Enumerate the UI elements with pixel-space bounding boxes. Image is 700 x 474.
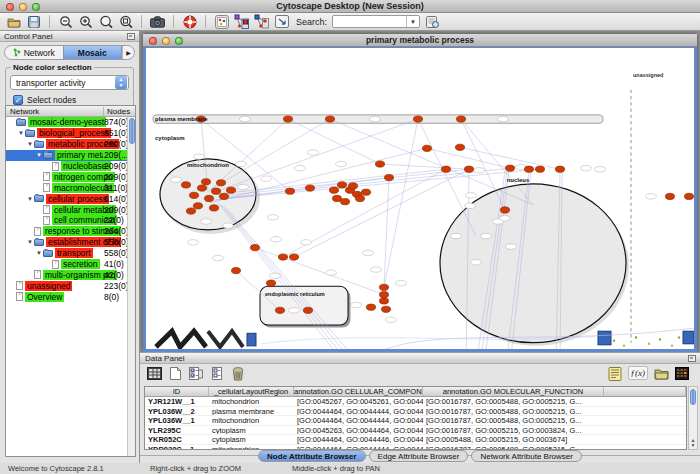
disclosure-triangle-icon[interactable]: ▼ [35,152,43,158]
tree-row[interactable]: secretion41(0) [6,259,127,270]
network-node[interactable] [456,116,465,122]
disclosure-triangle-icon[interactable]: ▼ [17,130,25,136]
network-view-titlebar[interactable]: primary metabolic process [143,34,697,47]
attribute-table[interactable]: ID_cellularLayoutRegionannotation.GO CEL… [144,386,687,450]
window-titlebar[interactable]: Cytoscape Desktop (New Session) [0,0,700,13]
tree-row[interactable]: macromolecule311(0) [6,182,127,193]
table-scrollbar-arrows[interactable]: ▲▼ [689,438,697,448]
zoom-in-icon[interactable] [78,14,93,29]
search-box[interactable]: ▾ [332,15,420,28]
disclosure-triangle-icon[interactable]: ▼ [26,141,34,147]
table-row[interactable]: YJR121W__1mitochondrion[GO:0045267, GO:0… [145,397,686,407]
table-row[interactable]: YKR052Ccytoplasm[GO:0044464, GO:0044446,… [145,435,686,445]
network-node[interactable] [379,284,388,290]
network-node[interactable] [441,166,450,172]
node-color-combobox[interactable]: transporter activity ▲▼ [10,75,129,90]
network-node[interactable] [500,207,509,213]
help-lifering-icon[interactable] [182,14,197,29]
network-node[interactable] [348,183,357,189]
tree-row[interactable]: mosaic-demo-yeast874(0) [6,117,127,128]
network-view-frame[interactable]: primary metabolic process [143,34,697,352]
select-nodes-row[interactable]: ✓ Select nodes [13,95,129,105]
table-column-header[interactable]: annotation.GO CELLULAR_COMPONENT [294,387,423,396]
network-node[interactable] [250,244,259,250]
network-node[interactable] [216,180,225,186]
network-node[interactable] [275,307,284,313]
network-node[interactable] [231,267,240,273]
network-node[interactable] [555,166,564,172]
network-node[interactable] [201,179,210,185]
table-scrollbar-thumb[interactable] [690,389,696,405]
select-attributes-icon[interactable] [188,366,204,381]
edit-network-1-icon[interactable] [234,14,249,29]
network-node[interactable] [204,195,213,201]
network-node[interactable] [186,208,195,214]
network-node[interactable] [305,185,314,191]
network-node[interactable] [340,199,349,205]
tree-row[interactable]: ▼metabolic process280(0) [6,139,127,150]
tree-row[interactable]: multi-organism pro42(0) [6,269,127,280]
tree-row[interactable]: nucleobase-209(0) [6,161,127,172]
matrix-view-icon[interactable] [674,366,690,381]
configure-search-icon[interactable] [425,14,440,29]
network-node[interactable] [375,161,384,167]
attribute-table-header[interactable]: ID_cellularLayoutRegionannotation.GO CEL… [145,387,686,397]
new-attribute-icon[interactable] [167,366,183,381]
network-node[interactable] [379,292,388,298]
network-node[interactable] [209,205,218,211]
disclosure-triangle-icon[interactable]: ▼ [35,250,43,256]
zoom-fit-icon[interactable] [118,14,133,29]
network-node[interactable] [455,144,464,150]
attribute-batch-icon[interactable] [607,366,623,381]
tree-row[interactable]: ▼primary metabo209(... [6,150,127,161]
network-node[interactable] [219,193,228,199]
network-node[interactable] [381,306,390,312]
tree-row[interactable]: Overview8(0) [6,291,127,302]
edit-network-2-icon[interactable] [254,14,269,29]
tree-row[interactable]: cell communicat22(0) [6,215,127,226]
disclosure-triangle-icon[interactable]: ▼ [26,239,34,245]
network-node[interactable] [384,174,393,180]
network-node[interactable] [193,203,202,209]
network-node[interactable] [464,166,473,172]
more-tabs-arrow-icon[interactable]: ▶ [122,46,134,59]
network-node[interactable] [422,145,431,151]
table-column-header[interactable]: annotation.GO MOLECULAR_FUNCTION [423,387,604,396]
network-node[interactable] [505,165,514,171]
tree-row[interactable]: ▼cellular process614(0) [6,193,127,204]
zoom-selected-icon[interactable] [98,14,113,29]
search-input[interactable] [333,16,406,27]
zoom-out-icon[interactable] [58,14,73,29]
data-panel-header[interactable]: Data Panel [140,353,700,364]
network-node[interactable] [337,182,346,188]
search-dropdown-icon[interactable]: ▾ [406,16,419,27]
network-node[interactable] [413,116,422,122]
tree-scrollbar[interactable] [127,117,135,456]
tree-row[interactable]: ▼establishment of lo558(0) [6,237,127,248]
tree-column-network[interactable]: Network [10,107,39,116]
unselect-attributes-icon[interactable] [209,366,225,381]
network-node[interactable] [355,195,364,201]
table-row[interactable]: YPL036W__2plasma membrane[GO:0044464, GO… [145,407,686,417]
network-node[interactable] [283,116,292,122]
tree-scrollbar-thumb[interactable] [129,118,135,144]
import-attributes-icon[interactable] [653,366,669,381]
network-node[interactable] [366,304,375,310]
network-node[interactable] [361,189,370,195]
network-node[interactable] [285,188,294,194]
control-panel-header[interactable]: Control Panel [0,31,139,42]
tab-mosaic[interactable]: Mosaic [63,46,123,59]
annotation-icon[interactable] [274,14,289,29]
network-node[interactable] [197,185,206,191]
table-scrollbar[interactable]: ▲▼ [688,386,698,450]
network-node[interactable] [211,188,220,194]
tree-row[interactable]: nitrogen compo209(0) [6,171,127,182]
network-node[interactable] [303,307,312,313]
network-node[interactable] [684,193,693,199]
network-canvas[interactable]: plasma membrane cytoplasm mitochondrion … [146,48,694,349]
browser-tab[interactable]: Node Attribute Browser [258,450,366,462]
tree-row[interactable]: cellular metabol209(0) [6,204,127,215]
browser-tab[interactable]: Network Attribute Browser [471,450,581,462]
network-node[interactable] [665,193,674,199]
browser-tab[interactable]: Edge Attribute Browser [369,450,469,462]
